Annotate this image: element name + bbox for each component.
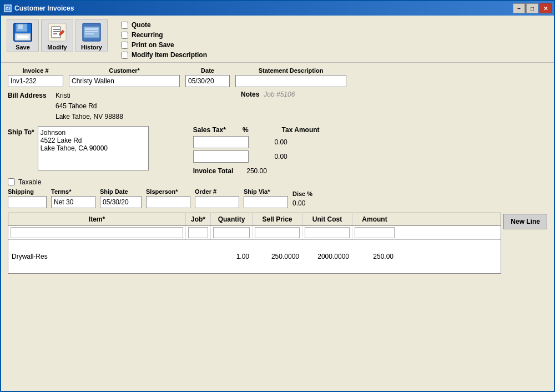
tax-amount-2: 0.00 — [260, 153, 287, 160]
save-label: Save — [16, 44, 30, 51]
shipping-field: Shipping — [8, 188, 47, 208]
history-button[interactable]: History — [75, 19, 108, 52]
slsperson-label: SIsperson* — [146, 188, 190, 195]
ship-to-label: Ship To* — [8, 126, 34, 136]
row-item: Drywall-Res — [8, 252, 186, 262]
quote-checkbox[interactable] — [121, 22, 128, 29]
quote-label: Quote — [132, 21, 151, 29]
ship-via-field: Ship Via* — [244, 188, 288, 208]
shipping-label: Shipping — [8, 188, 47, 195]
date-input[interactable] — [185, 75, 230, 87]
taxable-row: Taxable — [8, 178, 547, 186]
date-label: Date — [185, 67, 230, 74]
toolbar: Save Modify — [1, 16, 554, 63]
percent-symbol: % — [243, 126, 249, 134]
history-label: History — [81, 44, 102, 51]
ship-date-input[interactable] — [100, 196, 142, 208]
invoice-number-input[interactable] — [8, 75, 63, 87]
modify-item-desc-label: Modify Item Description — [132, 51, 207, 59]
invoice-total-label: Invoice Total — [193, 167, 233, 175]
row-amount: 250.00 — [352, 252, 397, 262]
disc-field: Disc % 0.00 — [292, 190, 312, 208]
statement-desc-input[interactable] — [235, 75, 346, 87]
disc-label: Disc % — [292, 190, 312, 197]
svg-text:CI: CI — [6, 6, 10, 11]
svg-rect-15 — [85, 31, 98, 32]
terms-label: Terms* — [51, 188, 95, 195]
unit-cost-col-header: Unit Cost — [302, 213, 352, 225]
app-icon: CI — [3, 4, 12, 13]
new-quantity-input[interactable] — [213, 227, 250, 238]
maximize-button[interactable]: □ — [526, 3, 538, 13]
new-job-input[interactable] — [188, 227, 208, 238]
notes-value: Job #5106 — [264, 91, 295, 98]
bill-address-text: Kristi 645 Tahoe Rd Lake Tahoe, NV 98888 — [56, 91, 123, 123]
print-on-save-label: Print on Save — [132, 41, 174, 49]
sales-tax-label: Sales Tax* — [193, 126, 226, 134]
slsperson-input[interactable] — [146, 196, 190, 208]
line-items-header: Item* Job* Quantity Sell Price Unit Cost… — [8, 213, 501, 226]
order-num-field: Order # — [195, 188, 239, 208]
slsperson-field: SIsperson* — [146, 188, 190, 208]
taxable-label: Taxable — [18, 178, 41, 186]
order-num-input[interactable] — [195, 196, 239, 208]
job-col-header: Job* — [186, 213, 211, 225]
close-button[interactable]: ✕ — [539, 3, 552, 13]
customer-group: Customer* — [69, 67, 180, 87]
main-content: Invoice # Customer* Date Statement Descr… — [1, 63, 554, 391]
save-button[interactable]: Save — [7, 19, 39, 52]
ship-via-label: Ship Via* — [244, 188, 288, 195]
new-amount-input[interactable] — [355, 227, 395, 238]
shipping-input[interactable] — [8, 196, 47, 208]
ship-to-input[interactable]: Johnson 4522 Lake Rd Lake Tahoe, CA 9000… — [38, 126, 149, 170]
sales-tax-input-2[interactable] — [193, 150, 249, 163]
window-title: Customer Invoices — [14, 4, 74, 12]
svg-rect-16 — [85, 33, 94, 34]
row-job — [186, 255, 211, 258]
date-group: Date — [185, 67, 230, 87]
modify-label: Modify — [47, 44, 67, 51]
svg-rect-14 — [85, 28, 98, 30]
row-unit-cost: 2000.0000 — [302, 252, 352, 262]
terms-field: Terms* — [51, 188, 95, 208]
new-item-input[interactable] — [11, 227, 183, 238]
svg-rect-8 — [52, 27, 60, 38]
recurring-checkbox[interactable] — [121, 32, 128, 39]
invoice-number-label: Invoice # — [8, 67, 63, 74]
amount-col-header: Amount — [352, 213, 397, 225]
row-quantity: 1.00 — [211, 252, 253, 262]
svg-rect-6 — [17, 35, 29, 39]
options-checkboxes: Quote Recurring Print on Save Modify Ite… — [121, 19, 207, 59]
line-items-table: Item* Job* Quantity Sell Price Unit Cost… — [8, 213, 501, 274]
new-sell-price-input[interactable] — [255, 227, 300, 238]
statement-desc-label: Statement Description — [235, 67, 346, 74]
main-window: CI Customer Invoices – □ ✕ Save — [0, 0, 555, 392]
history-icon — [81, 22, 102, 43]
new-line-button[interactable]: New Line — [503, 214, 547, 229]
minimize-button[interactable]: – — [513, 3, 525, 13]
disc-value: 0.00 — [292, 198, 312, 208]
ship-via-input[interactable] — [244, 196, 288, 208]
bill-address-label: Bill Address — [8, 91, 52, 99]
customer-input[interactable] — [69, 75, 180, 87]
save-icon — [12, 22, 33, 43]
svg-rect-4 — [18, 24, 23, 29]
quantity-col-header: Quantity — [211, 213, 253, 225]
terms-input[interactable] — [51, 196, 95, 208]
order-num-label: Order # — [195, 188, 239, 195]
invoice-number-group: Invoice # — [8, 67, 63, 87]
new-unit-cost-input[interactable] — [305, 227, 350, 238]
modify-item-desc-checkbox[interactable] — [121, 52, 128, 59]
title-bar: CI Customer Invoices – □ ✕ — [1, 1, 554, 16]
line-items-outer: Item* Job* Quantity Sell Price Unit Cost… — [8, 213, 547, 274]
taxable-checkbox[interactable] — [8, 178, 15, 185]
sales-tax-input-1[interactable] — [193, 136, 249, 148]
recurring-label: Recurring — [132, 31, 163, 39]
print-on-save-checkbox[interactable] — [121, 42, 128, 49]
customer-label: Customer* — [69, 67, 180, 74]
modify-button[interactable]: Modify — [41, 19, 73, 52]
row-sell-price: 250.0000 — [253, 252, 302, 262]
ship-date-field: Ship Date — [100, 188, 142, 208]
item-col-header: Item* — [8, 213, 186, 225]
table-row: Drywall-Res 1.00 250.0000 2000.0000 250.… — [8, 240, 501, 273]
